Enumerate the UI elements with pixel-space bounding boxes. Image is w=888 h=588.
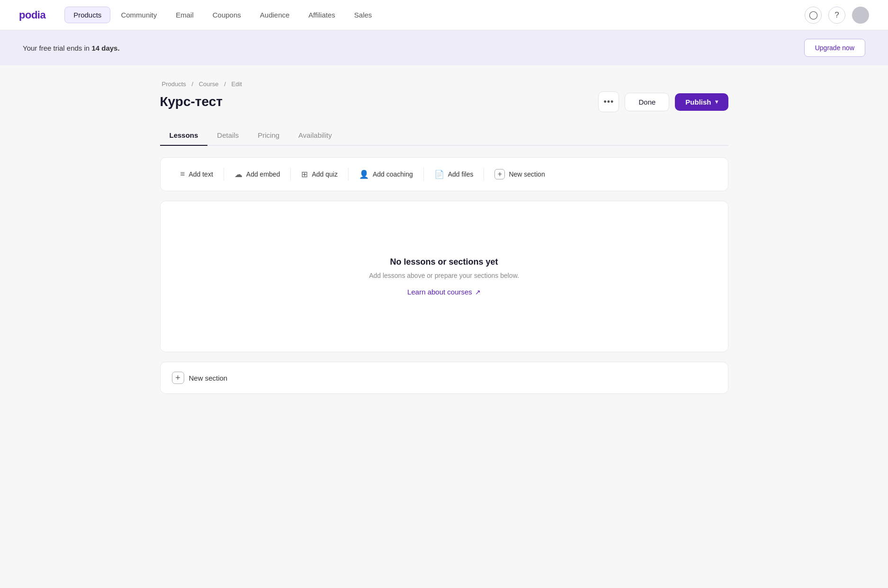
plus-icon: + bbox=[494, 169, 505, 179]
tab-lessons[interactable]: Lessons bbox=[160, 125, 208, 146]
toolbar-card: ≡ Add text ☁ Add embed ⊞ Add quiz 👤 Add … bbox=[160, 157, 728, 191]
empty-state-card: No lessons or sections yet Add lessons a… bbox=[160, 201, 728, 352]
add-quiz-button[interactable]: ⊞ Add quiz bbox=[293, 166, 346, 183]
new-section-card[interactable]: + New section bbox=[160, 362, 728, 394]
page-title: Курс-тест bbox=[160, 94, 223, 109]
done-button[interactable]: Done bbox=[625, 93, 669, 111]
chat-icon: ◯ bbox=[809, 10, 818, 20]
empty-title: No lessons or sections yet bbox=[390, 257, 498, 267]
coaching-icon: 👤 bbox=[359, 169, 369, 179]
upgrade-button[interactable]: Upgrade now bbox=[804, 39, 865, 57]
toolbar-new-section-button[interactable]: + New section bbox=[486, 165, 553, 183]
files-icon: 📄 bbox=[434, 169, 444, 179]
publish-button[interactable]: Publish ▾ bbox=[675, 93, 728, 111]
new-section-label: New section bbox=[189, 374, 228, 382]
toolbar-divider-2 bbox=[290, 168, 291, 181]
empty-subtitle: Add lessons above or prepare your sectio… bbox=[369, 272, 519, 279]
nav-links: Products Community Email Coupons Audienc… bbox=[64, 7, 805, 23]
nav-coupons[interactable]: Coupons bbox=[204, 7, 250, 23]
main-content: Products / Course / Edit Курс-тест ••• D… bbox=[141, 65, 747, 409]
tab-availability[interactable]: Availability bbox=[289, 125, 341, 146]
plus-icon: + bbox=[172, 372, 184, 384]
navbar: podia Products Community Email Coupons A… bbox=[0, 0, 888, 30]
more-icon: ••• bbox=[604, 97, 614, 107]
toolbar-divider-4 bbox=[423, 168, 424, 181]
add-embed-button[interactable]: ☁ Add embed bbox=[226, 166, 289, 183]
trial-banner: Your free trial ends in 14 days. Upgrade… bbox=[0, 30, 888, 65]
nav-right: ◯ ? bbox=[805, 7, 869, 24]
breadcrumb: Products / Course / Edit bbox=[160, 80, 728, 88]
avatar[interactable] bbox=[852, 7, 869, 24]
learn-courses-link[interactable]: Learn about courses ↗ bbox=[407, 288, 481, 296]
tab-details[interactable]: Details bbox=[207, 125, 248, 146]
toolbar-divider-1 bbox=[224, 168, 224, 181]
header-actions: ••• Done Publish ▾ bbox=[598, 91, 728, 112]
banner-text: Your free trial ends in 14 days. bbox=[23, 44, 120, 52]
nav-email[interactable]: Email bbox=[167, 7, 202, 23]
help-icon-button[interactable]: ? bbox=[828, 7, 845, 24]
logo: podia bbox=[19, 9, 45, 21]
nav-products[interactable]: Products bbox=[64, 7, 110, 23]
nav-affiliates[interactable]: Affiliates bbox=[300, 7, 343, 23]
tabs: Lessons Details Pricing Availability bbox=[160, 125, 728, 146]
add-text-button[interactable]: ≡ Add text bbox=[172, 166, 222, 183]
external-link-icon: ↗ bbox=[475, 288, 481, 296]
page-header: Курс-тест ••• Done Publish ▾ bbox=[160, 91, 728, 112]
add-coaching-button[interactable]: 👤 Add coaching bbox=[350, 166, 422, 183]
publish-chevron-icon: ▾ bbox=[715, 98, 718, 105]
text-icon: ≡ bbox=[180, 169, 185, 179]
help-icon: ? bbox=[834, 10, 839, 20]
nav-community[interactable]: Community bbox=[112, 7, 165, 23]
toolbar-divider-3 bbox=[348, 168, 349, 181]
nav-audience[interactable]: Audience bbox=[251, 7, 298, 23]
embed-icon: ☁ bbox=[234, 169, 242, 179]
tab-pricing[interactable]: Pricing bbox=[248, 125, 289, 146]
chat-icon-button[interactable]: ◯ bbox=[805, 7, 822, 24]
toolbar-divider-5 bbox=[484, 168, 484, 181]
add-files-button[interactable]: 📄 Add files bbox=[426, 166, 482, 183]
quiz-icon: ⊞ bbox=[301, 169, 308, 179]
more-options-button[interactable]: ••• bbox=[598, 91, 619, 112]
nav-sales[interactable]: Sales bbox=[346, 7, 381, 23]
